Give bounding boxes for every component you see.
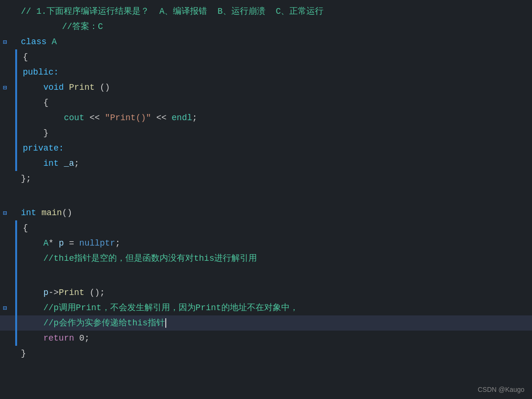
var-p2: p bbox=[43, 286, 48, 299]
line-class-a: ⊟ class A bbox=[0, 34, 532, 49]
line-print-call: p->Print (); bbox=[0, 285, 532, 300]
gutter-10 bbox=[0, 141, 15, 156]
code-area: // 1.下面程序编译运行结果是？ A、编译报错 B、运行崩溃 C、正常运行 /… bbox=[0, 0, 532, 365]
comment-p1-text: //p调用Print，不会发生解引用，因为Print的地址不在对象中， bbox=[23, 302, 298, 314]
line-int-a: int _a; bbox=[0, 156, 532, 171]
classname-a2: A bbox=[43, 237, 48, 249]
text-cursor bbox=[165, 318, 166, 328]
semi-8: ; bbox=[192, 112, 198, 124]
line-content-1: // 1.下面程序编译运行结果是？ A、编译报错 B、运行崩溃 C、正常运行 bbox=[15, 4, 532, 19]
gutter-2 bbox=[0, 19, 15, 34]
line-content-13 bbox=[15, 186, 532, 196]
semi-11: ; bbox=[74, 157, 79, 170]
ptr-op: * bbox=[48, 237, 59, 249]
access-private: private: bbox=[23, 142, 64, 154]
op-8: << bbox=[85, 112, 105, 124]
brace-3: } bbox=[43, 127, 48, 139]
comment-answer: //答案：C bbox=[21, 20, 103, 33]
gutter-18 bbox=[0, 251, 15, 266]
gutter-22: ⊟ bbox=[0, 300, 15, 315]
var-a: _a bbox=[64, 157, 74, 170]
indent-void bbox=[23, 81, 43, 94]
line-private: private: bbox=[0, 141, 532, 156]
line-main-brace-open: { bbox=[0, 220, 532, 236]
gutter-12 bbox=[0, 171, 15, 186]
line-void-print: ⊟ void Print () bbox=[0, 80, 532, 95]
fold-marker-class[interactable]: ⊟ bbox=[3, 38, 7, 46]
gutter-5 bbox=[0, 65, 15, 80]
indent-24 bbox=[23, 332, 43, 344]
endl-keyword: endl bbox=[171, 112, 192, 124]
line-comment-p2: //p会作为实参传递给this指针 bbox=[0, 315, 532, 331]
line-return: return 0; bbox=[0, 331, 532, 346]
semi-17: ; bbox=[115, 237, 120, 249]
indent-7 bbox=[23, 96, 43, 109]
line-comment-this: //thie指针是空的，但是函数内没有对this进行解引用 bbox=[0, 251, 532, 266]
line-content-16: { bbox=[17, 220, 532, 236]
brace-1: { bbox=[23, 51, 28, 63]
gutter-23 bbox=[0, 315, 15, 331]
line-content-2: //答案：C bbox=[15, 19, 532, 34]
line-content-15: int main() bbox=[15, 205, 532, 220]
classname-a: A bbox=[52, 36, 57, 48]
gutter-1 bbox=[0, 4, 15, 19]
paren-print2: () bbox=[89, 286, 100, 299]
line-answer: //答案：C bbox=[0, 19, 532, 34]
gutter-7 bbox=[0, 95, 15, 110]
line-brace-open2: { bbox=[0, 95, 532, 110]
branding: CSDN @Kaugo bbox=[478, 386, 524, 393]
line-brace-semi: }; bbox=[0, 171, 532, 186]
paren-main: () bbox=[62, 207, 72, 219]
line-empty-2 bbox=[0, 196, 532, 205]
line-content-22: //p调用Print，不会发生解引用，因为Print的地址不在对象中， bbox=[17, 300, 532, 315]
line-public: public: bbox=[0, 65, 532, 80]
line-empty-3 bbox=[0, 266, 532, 276]
op-8b: << bbox=[151, 112, 171, 124]
gutter-24 bbox=[0, 331, 15, 346]
line-brace-close2: } bbox=[0, 125, 532, 141]
brace-main-open: { bbox=[23, 222, 28, 234]
semi-24: ; bbox=[85, 332, 90, 344]
brace-2: { bbox=[43, 96, 48, 109]
gutter-25 bbox=[0, 346, 15, 361]
line-content-14 bbox=[15, 196, 532, 205]
fold-marker-main[interactable]: ⊟ bbox=[3, 209, 7, 217]
gutter-15: ⊟ bbox=[0, 205, 15, 220]
comment-this-text: //thie指针是空的，但是函数内没有对this进行解引用 bbox=[23, 252, 257, 265]
gutter-16 bbox=[0, 220, 15, 236]
indent-9 bbox=[23, 127, 43, 139]
gutter-11 bbox=[0, 156, 15, 171]
type-int: int bbox=[43, 157, 58, 170]
var-p: p bbox=[59, 237, 64, 249]
gutter-19 bbox=[0, 266, 15, 276]
comment-text-1: // 1.下面程序编译运行结果是？ A、编译报错 B、运行崩溃 C、正常运行 bbox=[21, 5, 323, 18]
line-comment-p1: ⊟ //p调用Print，不会发生解引用，因为Print的地址不在对象中， bbox=[0, 300, 532, 315]
string-print: "Print()" bbox=[105, 112, 151, 124]
line-content-10: private: bbox=[17, 141, 532, 156]
gutter-6: ⊟ bbox=[0, 80, 15, 95]
comment-p2-text: //p会作为实参传递给this指针 bbox=[23, 317, 165, 329]
indent-8 bbox=[23, 112, 64, 124]
line-comment-question: // 1.下面程序编译运行结果是？ A、编译报错 B、运行崩溃 C、正常运行 bbox=[0, 4, 532, 19]
space-24: 0 bbox=[74, 332, 85, 344]
line-main-brace-close: } bbox=[0, 346, 532, 361]
line-content-20 bbox=[17, 276, 532, 285]
arrow-op: -> bbox=[48, 286, 59, 299]
gutter-17 bbox=[0, 236, 15, 251]
line-ptr-decl: A* p = nullptr; bbox=[0, 236, 532, 251]
gutter-9 bbox=[0, 125, 15, 141]
line-empty-4 bbox=[0, 276, 532, 285]
kw-return: return bbox=[43, 332, 74, 344]
paren-print: () bbox=[100, 81, 110, 94]
line-content-25: } bbox=[15, 346, 532, 361]
gutter-4 bbox=[0, 49, 15, 65]
keyword-class: class bbox=[21, 36, 52, 48]
line-content-4: { bbox=[17, 49, 532, 65]
indent-11 bbox=[23, 157, 43, 170]
fold-marker-print[interactable]: ⊟ bbox=[3, 84, 7, 92]
fold-marker-comment[interactable]: ⊟ bbox=[3, 304, 7, 312]
cout-keyword: cout bbox=[64, 112, 84, 124]
indent-17 bbox=[23, 237, 43, 249]
line-content-12: }; bbox=[15, 171, 532, 186]
brace-main-close: } bbox=[21, 347, 26, 360]
